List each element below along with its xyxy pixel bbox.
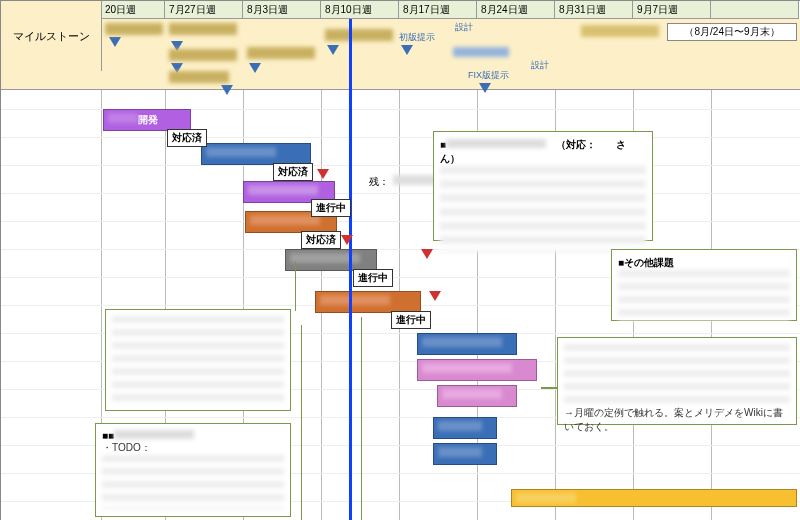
note-callout[interactable]: ■その他課題 bbox=[611, 249, 797, 321]
week-header: 8月10日週 bbox=[321, 1, 399, 19]
note-callout[interactable]: ■ （対応： さん） bbox=[433, 131, 653, 241]
task-bar[interactable] bbox=[437, 385, 517, 407]
milestone-marker-icon bbox=[479, 83, 491, 93]
task-bar[interactable] bbox=[417, 333, 517, 355]
note-leader bbox=[301, 325, 302, 520]
note-leader bbox=[295, 261, 296, 311]
week-header: 8月17日週 bbox=[399, 1, 477, 19]
status-badge-done: 対応済 bbox=[301, 231, 341, 249]
week-header bbox=[711, 1, 799, 19]
week-header: 20日週 bbox=[101, 1, 165, 19]
alert-marker-icon bbox=[421, 249, 433, 259]
gridline-h bbox=[1, 193, 800, 194]
milestone-marker-icon bbox=[249, 63, 261, 73]
note-callout[interactable] bbox=[105, 309, 291, 411]
gridline-h bbox=[1, 221, 800, 222]
week-header-row: 20日週 7月27日週 8月3日週 8月10日週 8月17日週 8月24日週 8… bbox=[1, 1, 799, 19]
today-line bbox=[349, 19, 352, 520]
task-bar[interactable] bbox=[511, 489, 797, 507]
milestone-text-blur bbox=[169, 71, 229, 83]
week-header: 9月7日週 bbox=[633, 1, 711, 19]
milestone-text-blur bbox=[169, 23, 237, 35]
gridline-h bbox=[1, 165, 800, 166]
task-bar[interactable] bbox=[315, 291, 421, 313]
milestone-callout-2b: FIX版提示 bbox=[449, 69, 509, 82]
date-range-input[interactable] bbox=[667, 23, 797, 41]
note-line: ・TODO： bbox=[102, 441, 284, 455]
week-header: 8月3日週 bbox=[243, 1, 321, 19]
milestone-marker-icon bbox=[327, 45, 339, 55]
task-bar[interactable] bbox=[433, 417, 497, 439]
milestone-callout-1b: 初版提示 bbox=[399, 31, 443, 44]
note-leader bbox=[361, 317, 362, 520]
note-footer: →月曜の定例で触れる。案とメリデメをWikiに書いておく。 bbox=[564, 406, 790, 434]
milestone-text-blur bbox=[169, 49, 237, 61]
alert-marker-icon bbox=[429, 291, 441, 301]
week-header: 8月31日週 bbox=[555, 1, 633, 19]
gridline-h bbox=[1, 137, 800, 138]
week-header: 7月27日週 bbox=[165, 1, 243, 19]
alert-marker-icon bbox=[317, 169, 329, 179]
milestone-text-blur bbox=[325, 29, 393, 41]
status-badge-progress: 進行中 bbox=[391, 311, 431, 329]
task-bar[interactable] bbox=[201, 143, 311, 165]
note-callout[interactable]: ■■ ・TODO： bbox=[95, 423, 291, 517]
task-bar[interactable]: 開発 bbox=[103, 109, 191, 131]
week-header: 8月24日週 bbox=[477, 1, 555, 19]
milestone-marker-icon bbox=[401, 45, 413, 55]
status-badge-progress: 進行中 bbox=[311, 199, 351, 217]
milestone-text-blur bbox=[453, 47, 509, 57]
milestone-marker-icon bbox=[221, 85, 233, 95]
alert-marker-icon bbox=[341, 235, 353, 245]
gantt-chart: 20日週 7月27日週 8月3日週 8月10日週 8月17日週 8月24日週 8… bbox=[0, 0, 800, 520]
note-title: ■その他課題 bbox=[618, 256, 790, 270]
task-label: 開発 bbox=[138, 114, 158, 125]
note-remaining-label: 残： bbox=[369, 175, 389, 189]
note-leader bbox=[541, 387, 557, 389]
milestone-text-blur bbox=[247, 47, 315, 59]
note-callout[interactable]: →月曜の定例で触れる。案とメリデメをWikiに書いておく。 bbox=[557, 337, 797, 425]
task-bar[interactable] bbox=[433, 443, 497, 465]
status-badge-progress: 進行中 bbox=[353, 269, 393, 287]
task-bar[interactable] bbox=[285, 249, 377, 271]
task-bar[interactable] bbox=[417, 359, 537, 381]
status-badge-done: 対応済 bbox=[167, 129, 207, 147]
milestone-row-label: マイルストーン bbox=[1, 1, 102, 71]
milestone-marker-icon bbox=[109, 37, 121, 47]
milestone-text-blur bbox=[581, 25, 659, 37]
status-badge-done: 対応済 bbox=[273, 163, 313, 181]
milestone-text-blur bbox=[105, 23, 163, 35]
